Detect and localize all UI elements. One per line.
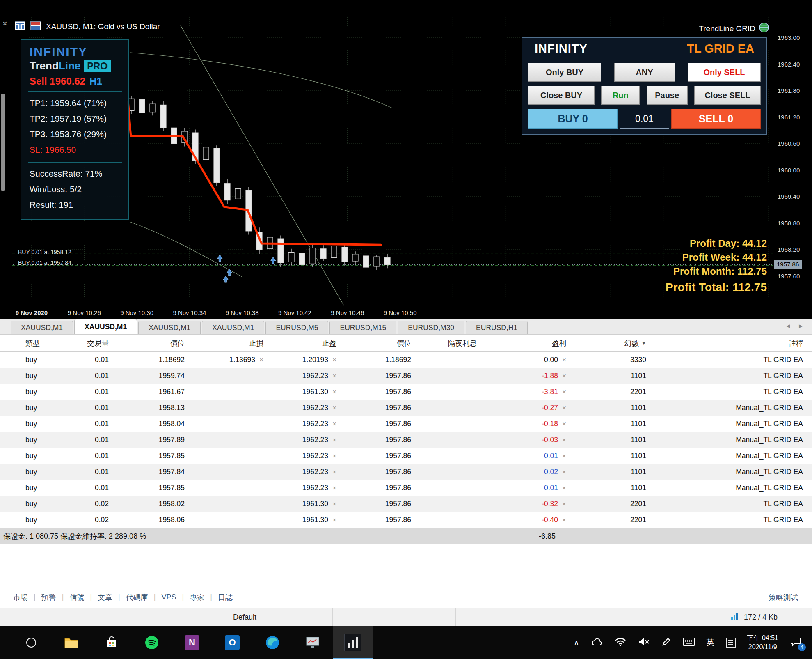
chart-tab-7[interactable]: EURUSD,H1: [466, 321, 528, 334]
close-order-icon[interactable]: ×: [562, 372, 566, 380]
chart-tab-4[interactable]: EURUSD,M5: [265, 321, 328, 334]
order-row[interactable]: buy0.011961.671961.30×1957.86-3.81×2201T…: [0, 384, 812, 400]
bottom-tab-3[interactable]: 文章: [92, 592, 118, 602]
touch-keyboard-icon[interactable]: [683, 638, 695, 648]
order-row[interactable]: buy0.011958.041962.23×1957.86-0.18×1101M…: [0, 416, 812, 432]
close-order-icon[interactable]: ×: [562, 484, 566, 492]
spotify-icon[interactable]: [132, 626, 172, 659]
file-explorer-icon[interactable]: [51, 626, 91, 659]
column-header-swap[interactable]: 隔夜利息: [411, 335, 477, 351]
wifi-icon[interactable]: [615, 637, 626, 648]
only-buy-button[interactable]: Only BUY: [528, 63, 601, 82]
order-row[interactable]: buy0.021958.021961.30×1957.86-0.32×2201T…: [0, 496, 812, 512]
close-order-icon[interactable]: ×: [332, 388, 336, 396]
column-header-profit[interactable]: 盈利: [477, 335, 566, 351]
only-sell-button[interactable]: Only SELL: [688, 63, 761, 82]
run-button[interactable]: Run: [601, 86, 640, 105]
bottom-tab-1[interactable]: 預警: [36, 592, 62, 602]
close-sell-button[interactable]: Close SELL: [694, 86, 761, 105]
close-order-icon[interactable]: ×: [562, 500, 566, 508]
close-order-icon[interactable]: ×: [259, 356, 263, 364]
scroll-tabs-left-icon[interactable]: ◄: [785, 322, 791, 329]
close-order-icon[interactable]: ×: [562, 404, 566, 412]
any-direction-button[interactable]: ANY: [614, 63, 675, 82]
chart-tab-0[interactable]: XAUUSD,M1: [11, 321, 73, 334]
bottom-tab-0[interactable]: 市場: [7, 592, 34, 602]
close-buy-button[interactable]: Close BUY: [528, 86, 595, 105]
close-order-icon[interactable]: ×: [332, 404, 336, 412]
column-header-open-price[interactable]: 價位: [109, 335, 185, 351]
column-header-take-profit[interactable]: 止盈: [263, 335, 336, 351]
chevron-up-icon[interactable]: ∧: [574, 638, 579, 647]
lot-size-field[interactable]: 0.01: [620, 109, 669, 129]
search-icon[interactable]: [11, 626, 51, 659]
close-order-icon[interactable]: ×: [332, 436, 336, 444]
microsoft-store-icon[interactable]: [91, 626, 132, 659]
order-row[interactable]: buy0.011957.851962.23×1957.860.01×1101Ma…: [0, 448, 812, 464]
close-order-icon[interactable]: ×: [332, 420, 336, 428]
chart-tab-6[interactable]: EURUSD,M30: [398, 321, 464, 334]
close-order-icon[interactable]: ×: [562, 436, 566, 444]
close-order-icon[interactable]: ×: [562, 388, 566, 396]
close-order-icon[interactable]: ×: [332, 468, 336, 476]
order-row[interactable]: buy0.011957.851962.23×1957.860.01×1101Ma…: [0, 480, 812, 496]
close-order-icon[interactable]: ×: [562, 468, 566, 476]
order-row[interactable]: buy0.011958.131962.23×1957.86-0.27×1101M…: [0, 400, 812, 416]
close-order-icon[interactable]: ×: [332, 452, 336, 460]
left-scrollbar[interactable]: [1, 94, 5, 191]
column-header-comment[interactable]: 註釋: [646, 335, 812, 351]
bottom-tab-6[interactable]: 專家: [184, 592, 210, 602]
clock[interactable]: 下午 04:51 2020/11/9: [747, 634, 778, 651]
close-order-icon[interactable]: ×: [332, 356, 336, 364]
column-header-current-price[interactable]: 價位: [336, 335, 411, 351]
close-order-icon[interactable]: ×: [562, 452, 566, 460]
cell-volume: 0.01: [62, 400, 109, 416]
pause-button[interactable]: Pause: [647, 86, 688, 105]
edge-icon[interactable]: [252, 626, 293, 659]
language-indicator[interactable]: 英: [707, 637, 714, 648]
profile-name[interactable]: Default: [233, 613, 256, 622]
chart-tab-5[interactable]: EURUSD,M15: [329, 321, 396, 334]
ime-icon[interactable]: [726, 638, 736, 648]
cell-magic-number: 1101: [566, 464, 646, 480]
bottom-tab-7[interactable]: 日誌: [212, 592, 238, 602]
column-header-order-type[interactable]: 類型: [0, 335, 62, 351]
pen-icon[interactable]: [661, 637, 671, 648]
column-header-stop-loss[interactable]: 止損: [185, 335, 263, 351]
column-header-volume[interactable]: 交易量: [62, 335, 109, 351]
close-order-icon[interactable]: ×: [562, 420, 566, 428]
bottom-tab-4[interactable]: 代碼庫: [120, 592, 154, 602]
action-center-icon[interactable]: 4: [790, 637, 801, 648]
sell-button[interactable]: SELL 0: [671, 109, 761, 129]
onedrive-cloud-icon[interactable]: [591, 637, 603, 648]
chart-tab-2[interactable]: XAUUSD,M1: [138, 321, 201, 334]
order-row[interactable]: buy0.021958.061961.30×1957.86-0.40×2201T…: [0, 512, 812, 528]
order-row[interactable]: buy0.011957.841962.23×1957.860.02×1101Ma…: [0, 464, 812, 480]
close-order-icon[interactable]: ×: [332, 484, 336, 492]
profile-cell[interactable]: Default: [228, 608, 333, 626]
monitor-app-icon[interactable]: [293, 626, 333, 659]
close-order-icon[interactable]: ×: [562, 356, 566, 364]
order-row[interactable]: buy0.011.186921.13693×1.20193×1.186920.0…: [0, 352, 812, 368]
bottom-tab-5[interactable]: VPS: [156, 593, 182, 602]
close-order-icon[interactable]: ×: [332, 500, 336, 508]
order-row[interactable]: buy0.011959.741962.23×1957.86-1.88×1101T…: [0, 368, 812, 384]
trading-terminal-icon[interactable]: [333, 626, 373, 659]
close-order-icon[interactable]: ×: [562, 516, 566, 524]
chart-tab-3[interactable]: XAUUSD,M1: [202, 321, 264, 334]
scroll-tabs-right-icon[interactable]: ►: [798, 322, 804, 329]
close-icon[interactable]: ×: [2, 19, 7, 28]
close-order-icon[interactable]: ×: [332, 372, 336, 380]
order-row[interactable]: buy0.011957.891962.23×1957.86-0.03×1101M…: [0, 432, 812, 448]
outlook-icon[interactable]: O: [212, 626, 252, 659]
buy-button[interactable]: BUY 0: [528, 109, 618, 129]
volume-muted-icon[interactable]: [638, 637, 650, 648]
strategy-tester-tab[interactable]: 策略測試: [769, 592, 812, 602]
close-order-icon[interactable]: ×: [332, 516, 336, 524]
bottom-tab-2[interactable]: 信號: [64, 592, 90, 602]
pro-badge: PRO: [84, 60, 111, 72]
onenote-icon[interactable]: N: [172, 626, 212, 659]
cell-comment: Manual_TL GRID EA: [646, 400, 812, 416]
column-header-magic-number[interactable]: 幻數▼: [566, 335, 646, 351]
chart-tab-1[interactable]: XAUUSD,M1: [74, 319, 137, 334]
